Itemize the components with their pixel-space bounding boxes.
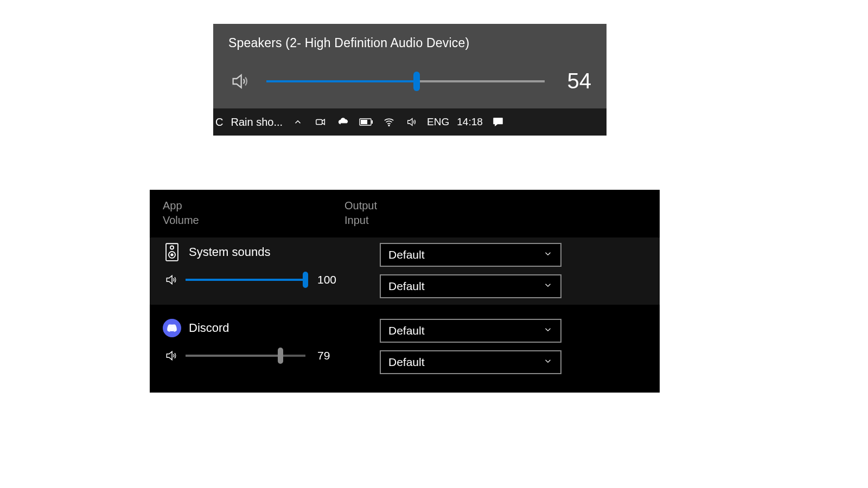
speaker-small-icon[interactable]: [163, 273, 180, 287]
dropdown-value: Default: [388, 280, 425, 293]
speaker-icon[interactable]: [228, 70, 252, 92]
svg-point-6: [170, 246, 174, 249]
header-input: Input: [344, 213, 377, 228]
input-device-dropdown[interactable]: Default: [380, 274, 561, 298]
app-volume-value: 79: [317, 349, 344, 362]
app-volume-mixer: App Volume Output Input: [150, 190, 660, 393]
discord-icon: [163, 319, 181, 337]
header-app-volume: App Volume: [163, 198, 344, 228]
header-output-input: Output Input: [344, 198, 377, 228]
svg-rect-2: [372, 120, 373, 124]
audio-device-title[interactable]: Speakers (2- High Definition Audio Devic…: [228, 36, 591, 50]
app-volume-slider[interactable]: [186, 347, 305, 364]
taskbar-weather[interactable]: C Rain sho...: [215, 116, 283, 129]
header-app: App: [163, 198, 344, 213]
app-row-system-sounds: System sounds 100: [150, 237, 660, 305]
language-indicator[interactable]: ENG: [427, 116, 449, 128]
volume-tray-icon[interactable]: [404, 116, 419, 128]
system-sounds-icon: [163, 243, 181, 261]
header-output: Output: [344, 198, 377, 213]
weather-prefix: C: [215, 116, 223, 129]
dropdown-value: Default: [388, 324, 425, 337]
weather-text: Rain sho...: [231, 116, 283, 129]
speaker-small-icon[interactable]: [163, 349, 180, 363]
master-volume-row: 54: [228, 69, 591, 93]
chevron-down-icon: [543, 324, 553, 337]
svg-rect-0: [316, 119, 322, 124]
svg-point-8: [171, 254, 173, 256]
input-device-dropdown[interactable]: Default: [380, 350, 561, 374]
volume-flyout: Speakers (2- High Definition Audio Devic…: [213, 24, 607, 136]
chevron-down-icon: [543, 280, 553, 293]
svg-point-4: [388, 125, 390, 126]
dropdown-value: Default: [388, 248, 425, 261]
chevron-down-icon: [543, 248, 553, 261]
tray-overflow-icon[interactable]: [290, 117, 305, 127]
app-name-label: Discord: [189, 321, 229, 335]
taskbar-clock[interactable]: 14:18: [457, 116, 483, 128]
header-volume: Volume: [163, 213, 344, 228]
action-center-icon[interactable]: [490, 116, 506, 128]
battery-icon[interactable]: [359, 117, 374, 127]
app-volume-slider[interactable]: [186, 271, 305, 288]
mixer-headers: App Volume Output Input: [150, 198, 660, 228]
svg-rect-3: [361, 120, 367, 124]
dropdown-value: Default: [388, 356, 425, 369]
chevron-down-icon: [543, 356, 553, 369]
output-device-dropdown[interactable]: Default: [380, 243, 561, 267]
app-volume-value: 100: [317, 273, 344, 286]
volume-flyout-body: Speakers (2- High Definition Audio Devic…: [213, 24, 607, 108]
app-row-discord: Discord 79: [150, 313, 660, 381]
master-volume-slider[interactable]: [266, 70, 545, 92]
taskbar: C Rain sho...: [213, 108, 607, 136]
output-device-dropdown[interactable]: Default: [380, 319, 561, 343]
onedrive-icon[interactable]: [336, 116, 351, 128]
app-name-label: System sounds: [189, 245, 270, 259]
wifi-icon[interactable]: [381, 116, 397, 128]
meet-now-icon[interactable]: [313, 116, 328, 128]
master-volume-value: 54: [559, 69, 591, 93]
